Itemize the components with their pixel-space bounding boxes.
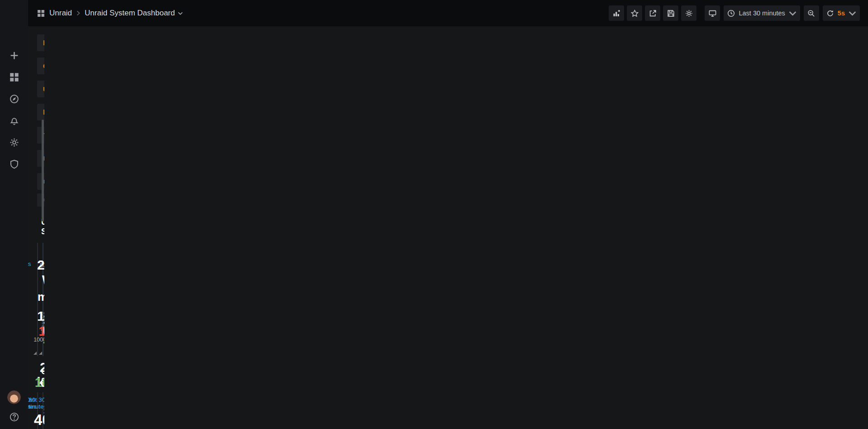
share-dashboard-button[interactable] <box>645 5 660 21</box>
time-range-picker[interactable]: Last 30 minutes <box>724 5 800 21</box>
grafana-logo[interactable] <box>5 5 23 23</box>
apps-grid-icon <box>37 10 45 17</box>
caret-down-icon <box>178 12 183 15</box>
time-override-label: Last 12 hours <box>28 247 34 267</box>
bell-icon <box>10 116 19 125</box>
compass-icon <box>10 94 19 104</box>
top-navbar: Unraid Unraid System Dashboard <box>28 0 868 26</box>
question-icon <box>10 412 19 422</box>
time-override[interactable]: Last 12 hours <box>28 247 34 267</box>
grafana-flame-icon <box>6 5 22 22</box>
cycle-view-mode-button[interactable] <box>705 5 720 21</box>
sidebar-alerting-button[interactable] <box>10 116 19 125</box>
dashboard-settings-button[interactable] <box>681 5 696 21</box>
page-scrollbar[interactable] <box>41 53 44 429</box>
add-panel-icon <box>613 10 620 17</box>
share-icon <box>649 10 657 17</box>
avatar-icon <box>7 390 21 404</box>
sidebar-dashboards-button[interactable] <box>10 72 19 82</box>
scrollbar-thumb[interactable] <box>42 120 44 222</box>
user-avatar[interactable] <box>7 390 21 404</box>
zoom-out-icon <box>807 10 815 17</box>
chevron-right-icon <box>76 10 80 16</box>
refresh-interval-label: 5s <box>838 10 845 17</box>
zoom-out-button[interactable] <box>804 5 819 21</box>
star-icon <box>631 10 639 17</box>
page-title: Unraid System Dashboard <box>85 9 175 18</box>
clock-icon <box>727 10 735 17</box>
sidebar-menu <box>10 51 19 169</box>
save-dashboard-button[interactable] <box>663 5 678 21</box>
help-button[interactable] <box>10 412 19 422</box>
variable-label: kWh Price <box>43 39 44 47</box>
refresh-icon <box>826 10 834 17</box>
plus-icon <box>10 51 19 60</box>
gear-icon <box>10 138 19 147</box>
monitor-icon <box>709 10 716 17</box>
refresh-button[interactable]: 5s <box>823 5 860 21</box>
sidebar-create-button[interactable] <box>10 51 19 60</box>
sidebar-explore-button[interactable] <box>10 94 19 104</box>
dashboard-actions <box>609 5 696 21</box>
sidebar <box>0 0 28 429</box>
breadcrumb: Unraid Unraid System Dashboard <box>37 9 183 18</box>
dashboards-grid-icon <box>10 72 19 82</box>
main-area: Unraid Unraid System Dashboard <box>28 0 868 429</box>
shield-icon <box>10 159 19 169</box>
navbar-actions: Last 30 minutes 5s <box>609 5 860 21</box>
time-range-label: Last 30 minutes <box>739 10 785 17</box>
add-panel-button[interactable] <box>609 5 624 21</box>
mark-favorite-button[interactable] <box>627 5 642 21</box>
caret-down-icon <box>789 10 796 17</box>
dashboard-area: kWh Price 0.65 Currency kr UPS Max Outpu… <box>28 26 44 429</box>
caret-down-icon <box>849 10 856 17</box>
sidebar-server-admin-button[interactable] <box>10 159 19 169</box>
sidebar-configuration-button[interactable] <box>10 138 19 147</box>
save-icon <box>667 10 675 17</box>
variable-kwh-price[interactable]: kWh Price 0.65 <box>37 34 44 51</box>
breadcrumb-app[interactable]: Unraid <box>49 9 72 18</box>
sidebar-bottom <box>7 390 21 422</box>
dashboard-title-dropdown[interactable]: Unraid System Dashboard <box>85 9 183 18</box>
grafana-app: Unraid Unraid System Dashboard <box>0 0 868 429</box>
gear-icon <box>685 10 693 17</box>
